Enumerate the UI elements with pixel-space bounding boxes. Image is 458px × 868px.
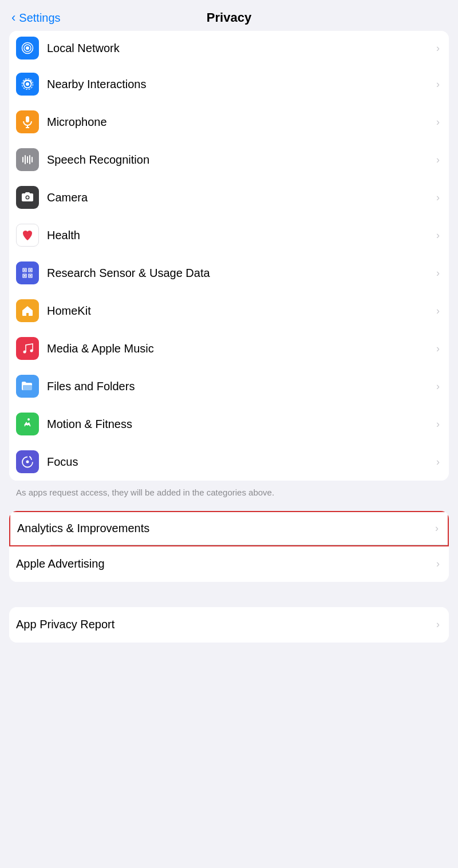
list-item-app-privacy-report[interactable]: App Privacy Report › xyxy=(9,607,449,643)
homekit-icon xyxy=(16,299,39,322)
list-item-speech-recognition[interactable]: Speech Recognition › xyxy=(9,141,449,179)
list-item-label: Camera xyxy=(47,191,433,204)
svg-point-19 xyxy=(27,418,30,421)
microphone-icon xyxy=(16,110,39,133)
research-sensor-icon xyxy=(16,261,39,284)
list-item-media-music[interactable]: Media & Apple Music › xyxy=(9,330,449,367)
back-label: Settings xyxy=(19,11,60,25)
chevron-icon: › xyxy=(436,267,440,279)
main-settings-group: Local Network › Nearby Interactions › xyxy=(9,31,449,481)
svg-rect-12 xyxy=(29,155,30,164)
list-item-motion-fitness[interactable]: Motion & Fitness › xyxy=(9,405,449,443)
list-item-label: Media & Apple Music xyxy=(47,342,433,355)
list-item-focus[interactable]: Focus › xyxy=(9,443,449,481)
list-item-label: HomeKit xyxy=(47,304,433,318)
chevron-icon: › xyxy=(436,558,440,570)
list-item-health[interactable]: Health › xyxy=(9,216,449,254)
list-item-label: Apple Advertising xyxy=(16,557,433,570)
footer-note: As apps request access, they will be add… xyxy=(0,481,458,511)
page-title: Privacy xyxy=(207,10,251,25)
list-item-files-folders[interactable]: Files and Folders › xyxy=(9,367,449,405)
chevron-icon: › xyxy=(435,522,439,534)
list-item-analytics-improvements[interactable]: Analytics & Improvements › xyxy=(9,511,449,546)
list-item-label: Microphone xyxy=(47,116,433,129)
list-item-label: Focus xyxy=(47,455,433,469)
app-privacy-group: App Privacy Report › xyxy=(9,607,449,643)
list-item-label: Motion & Fitness xyxy=(47,418,433,431)
speech-recognition-icon xyxy=(16,148,39,171)
svg-rect-18 xyxy=(23,385,32,390)
camera-icon xyxy=(16,186,39,209)
local-network-icon xyxy=(16,37,39,60)
chevron-icon: › xyxy=(436,78,440,90)
files-folders-icon xyxy=(16,375,39,398)
svg-point-15 xyxy=(26,196,29,199)
svg-point-17 xyxy=(30,350,33,352)
chevron-icon: › xyxy=(436,418,440,430)
list-item-microphone[interactable]: Microphone › xyxy=(9,103,449,141)
chevron-icon: › xyxy=(436,456,440,468)
list-item-research-sensor[interactable]: Research Sensor & Usage Data › xyxy=(9,254,449,292)
list-item-camera[interactable]: Camera › xyxy=(9,179,449,216)
svg-rect-9 xyxy=(22,157,23,162)
svg-point-16 xyxy=(23,351,26,354)
media-music-icon xyxy=(16,337,39,360)
list-item-homekit[interactable]: HomeKit › xyxy=(9,292,449,330)
chevron-icon: › xyxy=(436,343,440,355)
health-icon xyxy=(16,224,39,247)
svg-rect-11 xyxy=(27,156,28,163)
svg-rect-6 xyxy=(26,116,29,122)
analytics-group: Analytics & Improvements › Apple Adverti… xyxy=(9,511,449,582)
motion-fitness-icon xyxy=(16,413,39,435)
chevron-icon: › xyxy=(436,116,440,128)
chevron-icon: › xyxy=(436,381,440,393)
chevron-icon: › xyxy=(436,154,440,166)
list-item-label: Files and Folders xyxy=(47,380,433,393)
list-item-local-network[interactable]: Local Network › xyxy=(9,31,449,65)
list-item-label: Analytics & Improvements xyxy=(17,522,432,535)
svg-point-0 xyxy=(26,46,29,50)
list-item-label: App Privacy Report xyxy=(16,618,433,631)
list-item-nearby-interactions[interactable]: Nearby Interactions › xyxy=(9,65,449,103)
back-chevron-icon: ‹ xyxy=(11,10,15,25)
focus-icon xyxy=(16,450,39,473)
chevron-icon: › xyxy=(436,42,440,54)
list-item-label: Health xyxy=(47,229,433,242)
list-item-label: Nearby Interactions xyxy=(47,78,433,91)
svg-rect-13 xyxy=(31,157,33,162)
chevron-icon: › xyxy=(436,619,440,631)
header: ‹ Settings Privacy xyxy=(0,0,458,31)
list-item-label: Speech Recognition xyxy=(47,153,433,167)
back-button[interactable]: ‹ Settings xyxy=(11,10,61,25)
nearby-interactions-icon xyxy=(16,73,39,96)
chevron-icon: › xyxy=(436,229,440,241)
svg-rect-10 xyxy=(25,155,26,164)
list-item-apple-advertising[interactable]: Apple Advertising › xyxy=(9,546,449,582)
list-item-label: Research Sensor & Usage Data xyxy=(47,267,433,280)
svg-point-3 xyxy=(26,82,29,86)
chevron-icon: › xyxy=(436,192,440,204)
list-item-label: Local Network xyxy=(47,42,433,55)
chevron-icon: › xyxy=(436,305,440,317)
